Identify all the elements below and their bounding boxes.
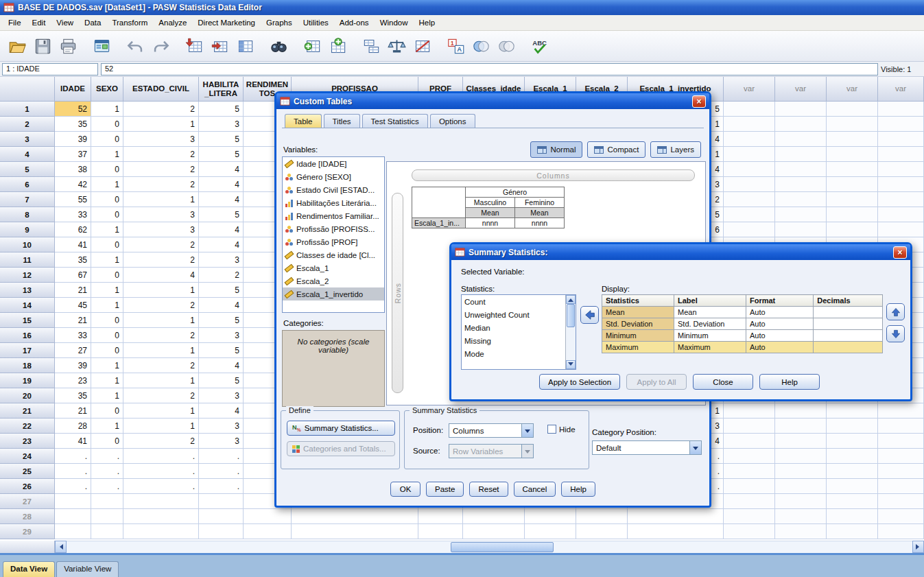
- dialog-button[interactable]: Apply to Selection: [539, 374, 620, 390]
- view-mode-button[interactable]: Layers: [650, 141, 701, 158]
- menu-item[interactable]: Utilities: [298, 16, 334, 29]
- scroll-left-button[interactable]: [55, 541, 67, 553]
- grid-cell[interactable]: .: [199, 479, 244, 494]
- grid-cell[interactable]: 39: [55, 358, 91, 373]
- grid-cell[interactable]: 21: [55, 313, 91, 328]
- statistic-item[interactable]: Count: [462, 295, 565, 308]
- scroll-down-button[interactable]: [566, 360, 576, 369]
- redo-button[interactable]: [149, 34, 172, 58]
- row-number[interactable]: 1: [0, 102, 55, 117]
- grid-cell[interactable]: [55, 494, 91, 509]
- row-number[interactable]: 15: [0, 313, 55, 328]
- scroll-up-button[interactable]: [566, 295, 576, 304]
- grid-cell[interactable]: 0: [91, 207, 123, 222]
- row-number[interactable]: 8: [0, 207, 55, 222]
- row-number[interactable]: 3: [0, 132, 55, 147]
- grid-cell[interactable]: [724, 177, 775, 192]
- grid-cell[interactable]: [878, 162, 924, 177]
- transfer-arrow-button[interactable]: [580, 306, 599, 324]
- grid-cell[interactable]: 1: [91, 252, 123, 268]
- variable-item[interactable]: Estado Civil [ESTAD...: [283, 183, 384, 196]
- variables-list[interactable]: Idade [IDADE] Género [SEXO] Estado Civil…: [282, 156, 385, 313]
- grid-cell[interactable]: [775, 479, 827, 494]
- grid-cell[interactable]: 1: [91, 283, 123, 298]
- grid-cell[interactable]: [878, 102, 924, 117]
- statistic-item[interactable]: Median: [462, 321, 565, 334]
- scroll-track[interactable]: [67, 541, 912, 553]
- statistic-item[interactable]: Unweighted Count: [462, 308, 565, 321]
- goto-case-button[interactable]: [182, 34, 206, 58]
- grid-cell[interactable]: [827, 494, 878, 509]
- grid-cell[interactable]: [827, 509, 878, 524]
- dialog-tab[interactable]: Options: [430, 114, 475, 128]
- grid-cell[interactable]: [418, 509, 463, 524]
- row-number[interactable]: 6: [0, 177, 55, 192]
- grid-cell[interactable]: [775, 494, 827, 509]
- variable-item[interactable]: Profissão [PROFISS...: [283, 222, 384, 235]
- grid-cell[interactable]: [724, 494, 775, 509]
- chevron-down-icon[interactable]: [689, 441, 701, 454]
- column-header[interactable]: ESTADO_CIVIL: [123, 77, 199, 102]
- row-number[interactable]: 7: [0, 192, 55, 207]
- grid-cell[interactable]: 2: [123, 328, 199, 343]
- row-number[interactable]: 10: [0, 237, 55, 252]
- grid-cell[interactable]: [878, 147, 924, 162]
- decimals-cell[interactable]: [814, 307, 883, 318]
- display-column-header[interactable]: Label: [674, 295, 746, 307]
- grid-cell[interactable]: 1: [91, 102, 123, 117]
- select-cases-button[interactable]: [410, 34, 434, 58]
- grid-cell[interactable]: 1: [91, 147, 123, 162]
- variable-item[interactable]: Classes de idade [Cl...: [283, 248, 384, 261]
- grid-cell[interactable]: 1: [91, 177, 123, 192]
- dialog-button[interactable]: OK: [390, 482, 420, 497]
- grid-cell[interactable]: 0: [91, 434, 123, 449]
- display-row[interactable]: Std. Deviation Std. Deviation Auto: [602, 318, 883, 330]
- window-titlebar[interactable]: BASE DE DADOS.sav [DataSet1] - PASW Stat…: [0, 0, 924, 15]
- grid-corner[interactable]: [0, 77, 55, 102]
- scroll-thumb[interactable]: [451, 542, 554, 552]
- grid-cell[interactable]: 23: [55, 373, 91, 388]
- grid-cell[interactable]: .: [91, 479, 123, 494]
- recall-dialogs-button[interactable]: [90, 34, 113, 58]
- menu-item[interactable]: Help: [414, 16, 441, 29]
- menu-item[interactable]: Direct Marketing: [192, 16, 261, 29]
- decimals-cell[interactable]: [814, 330, 883, 342]
- grid-cell[interactable]: [292, 509, 418, 524]
- display-column-header[interactable]: Format: [746, 295, 814, 307]
- rows-dropzone[interactable]: Rows: [392, 193, 403, 393]
- row-number[interactable]: 11: [0, 252, 55, 268]
- move-up-button[interactable]: [886, 303, 905, 320]
- label-cell[interactable]: Mean: [674, 307, 746, 318]
- dialog-button[interactable]: Cancel: [514, 482, 556, 497]
- show-all-variables-button[interactable]: [495, 34, 518, 58]
- open-data-button[interactable]: [5, 34, 29, 58]
- grid-cell[interactable]: [775, 403, 827, 419]
- menu-item[interactable]: Analyze: [153, 16, 192, 29]
- grid-cell[interactable]: [775, 207, 827, 222]
- grid-cell[interactable]: [878, 494, 924, 509]
- grid-cell[interactable]: 39: [55, 132, 91, 147]
- grid-cell[interactable]: 0: [91, 343, 123, 358]
- position-dropdown[interactable]: Columns: [449, 423, 534, 438]
- grid-cell[interactable]: 41: [55, 237, 91, 252]
- grid-cell[interactable]: [55, 524, 91, 539]
- grid-cell[interactable]: [775, 117, 827, 132]
- grid-cell[interactable]: 5: [199, 207, 244, 222]
- dialog-button[interactable]: Paste: [426, 482, 464, 497]
- grid-cell[interactable]: [724, 117, 775, 132]
- goto-variable-button[interactable]: [208, 34, 231, 58]
- grid-cell[interactable]: .: [91, 449, 123, 464]
- variable-item[interactable]: Escala_2: [283, 274, 384, 287]
- statistic-item[interactable]: Mode: [462, 347, 565, 360]
- grid-cell[interactable]: [576, 509, 628, 524]
- find-button[interactable]: [267, 34, 290, 58]
- row-number[interactable]: 17: [0, 343, 55, 358]
- grid-cell[interactable]: [878, 509, 924, 524]
- variable-item[interactable]: Habilitações Literária...: [283, 196, 384, 209]
- row-number[interactable]: 16: [0, 328, 55, 343]
- row-number[interactable]: 12: [0, 268, 55, 283]
- save-button[interactable]: [31, 34, 54, 58]
- grid-cell[interactable]: [724, 449, 775, 464]
- view-mode-button[interactable]: Compact: [587, 141, 645, 158]
- grid-cell[interactable]: .: [55, 449, 91, 464]
